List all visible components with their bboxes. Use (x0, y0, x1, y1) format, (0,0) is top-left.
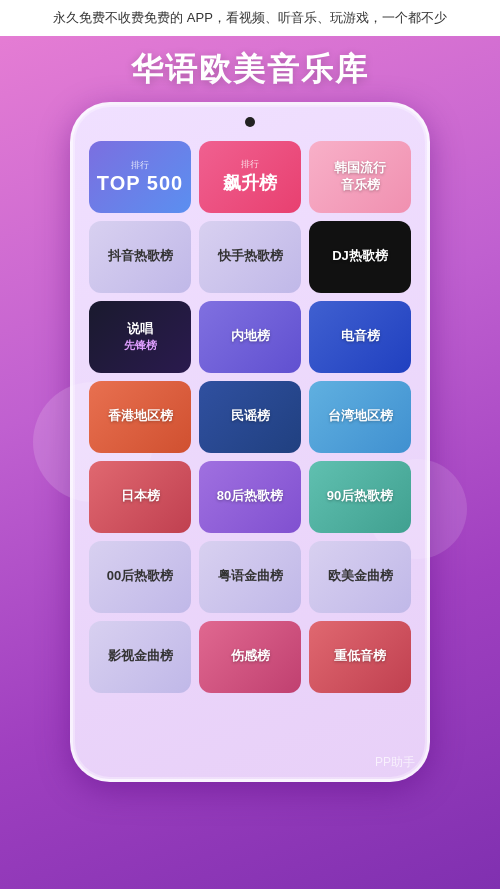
yueyu-label: 粤语金曲榜 (218, 568, 283, 585)
pp-watermark: PP助手 (375, 754, 415, 771)
grid-item-biaosheng[interactable]: 排行 飙升榜 (199, 141, 301, 213)
grid-item-hanguo[interactable]: 韩国流行 音乐榜 (309, 141, 411, 213)
minyao-label: 民谣榜 (231, 408, 270, 425)
90hou-label: 90后热歌榜 (327, 488, 393, 505)
neidi-label: 内地榜 (231, 328, 270, 345)
ad-text: 永久免费不收费免费的 APP，看视频、听音乐、玩游戏，一个都不少 (53, 10, 447, 25)
grid-item-dj[interactable]: DJ热歌榜 (309, 221, 411, 293)
grid-item-yingshi[interactable]: 影视金曲榜 (89, 621, 191, 693)
xianggang-label: 香港地区榜 (108, 408, 173, 425)
riben-label: 日本榜 (121, 488, 160, 505)
shuochang-line1: 说唱 (127, 320, 153, 338)
kuaishou-label: 快手热歌榜 (218, 248, 283, 265)
diaoyin-label: 电音榜 (341, 328, 380, 345)
zhongdiyin-label: 重低音榜 (334, 648, 386, 665)
page-title: 华语欧美音乐库 (131, 48, 369, 92)
grid-item-douyin[interactable]: 抖音热歌榜 (89, 221, 191, 293)
biaosheng-sublabel: 排行 (241, 158, 259, 171)
douyin-label: 抖音热歌榜 (108, 248, 173, 265)
grid-item-yueyu[interactable]: 粤语金曲榜 (199, 541, 301, 613)
grid-item-zhongdiyin[interactable]: 重低音榜 (309, 621, 411, 693)
grid-item-neidi[interactable]: 内地榜 (199, 301, 301, 373)
top500-label: TOP 500 (97, 172, 183, 195)
grid-item-shanggan[interactable]: 伤感榜 (199, 621, 301, 693)
phone-frame: 排行 TOP 500 排行 飙升榜 韩国流行 音乐榜 抖音热歌榜 快手热歌榜 D… (70, 102, 430, 782)
oumei-label: 欧美金曲榜 (328, 568, 393, 585)
00hou-label: 00后热歌榜 (107, 568, 173, 585)
shanggan-label: 伤感榜 (231, 648, 270, 665)
biaosheng-label: 飙升榜 (223, 171, 277, 195)
grid-item-minyao[interactable]: 民谣榜 (199, 381, 301, 453)
hanguo-label: 韩国流行 音乐榜 (334, 160, 386, 194)
grid-item-riben[interactable]: 日本榜 (89, 461, 191, 533)
shuochang-line2: 先锋榜 (124, 338, 157, 353)
grid-item-oumei[interactable]: 欧美金曲榜 (309, 541, 411, 613)
phone-camera (245, 117, 255, 127)
top500-sublabel: 排行 (131, 159, 149, 172)
grid-item-diaoyin[interactable]: 电音榜 (309, 301, 411, 373)
taiwan-label: 台湾地区榜 (328, 408, 393, 425)
grid-item-taiwan[interactable]: 台湾地区榜 (309, 381, 411, 453)
80hou-label: 80后热歌榜 (217, 488, 283, 505)
music-chart-grid: 排行 TOP 500 排行 飙升榜 韩国流行 音乐榜 抖音热歌榜 快手热歌榜 D… (89, 141, 411, 693)
grid-item-80hou[interactable]: 80后热歌榜 (199, 461, 301, 533)
grid-item-00hou[interactable]: 00后热歌榜 (89, 541, 191, 613)
grid-item-90hou[interactable]: 90后热歌榜 (309, 461, 411, 533)
grid-item-xianggang[interactable]: 香港地区榜 (89, 381, 191, 453)
yingshi-label: 影视金曲榜 (108, 648, 173, 665)
grid-item-top500[interactable]: 排行 TOP 500 (89, 141, 191, 213)
dj-label: DJ热歌榜 (332, 248, 388, 265)
grid-item-shuochang[interactable]: 说唱 先锋榜 (89, 301, 191, 373)
grid-item-kuaishou[interactable]: 快手热歌榜 (199, 221, 301, 293)
ad-banner: 永久免费不收费免费的 APP，看视频、听音乐、玩游戏，一个都不少 (0, 0, 500, 36)
